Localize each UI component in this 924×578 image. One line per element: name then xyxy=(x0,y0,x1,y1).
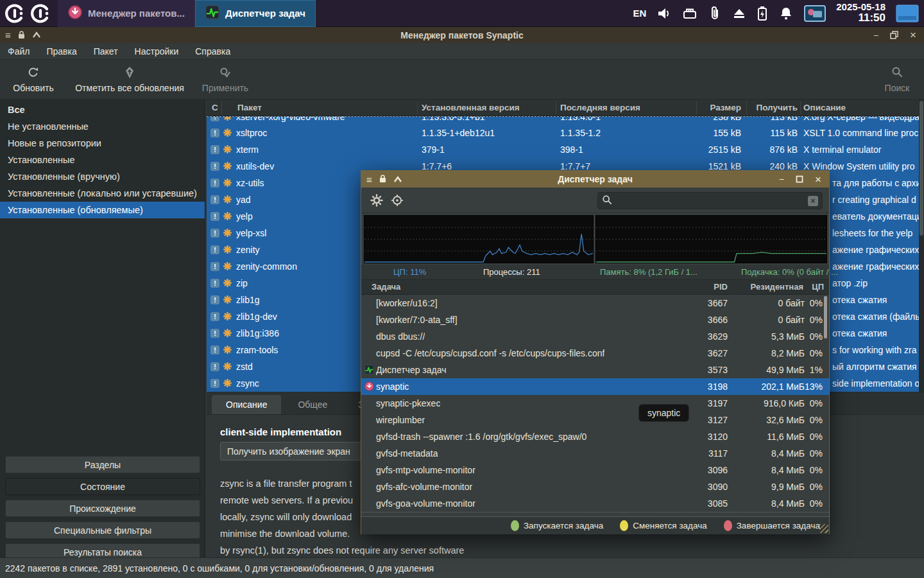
package-description: отека сжатия xyxy=(832,325,887,342)
column-task[interactable]: Задача xyxy=(372,282,400,292)
details-text-line: zsync is a file transfer program t xyxy=(220,478,352,489)
app-launcher-icon[interactable] xyxy=(4,3,26,24)
menubar-item[interactable]: Настройки xyxy=(135,46,179,57)
process-row[interactable]: wireplumber312732,6 МиБ0% xyxy=(361,412,829,428)
process-table-scrollbar[interactable] xyxy=(824,296,827,511)
close-button[interactable]: × xyxy=(815,174,821,185)
task-manager-titlebar[interactable]: ≡ Диспетчер задач − × xyxy=(361,171,829,188)
column-pid[interactable]: PID xyxy=(714,282,728,292)
sidebar-filter-item[interactable]: Не установленные xyxy=(0,118,205,135)
download-size: 115 kB xyxy=(742,125,798,141)
sidebar-filter-item[interactable]: Установленные (вручную) xyxy=(0,168,205,185)
package-row[interactable]: !xsltproc1.1.35-1+deb12u11.1.35-1.2155 k… xyxy=(207,125,919,141)
battery-icon[interactable] xyxy=(757,6,768,21)
filter-mode-button[interactable]: Специальные фильтры xyxy=(5,521,200,539)
process-row[interactable]: gvfsd-trash --spawner :1.6 /org/gtk/gvfs… xyxy=(361,428,829,445)
taskbar-window-button[interactable]: Менеджер пакетов... xyxy=(58,0,195,27)
column-header[interactable]: Пакет xyxy=(237,100,262,116)
package-row[interactable]: !xserver-xorg-video-vmware1:13.3.0-3.1+b… xyxy=(207,116,919,125)
screenshot-tool-icon[interactable] xyxy=(804,5,826,22)
details-tab[interactable]: Общее xyxy=(284,395,341,414)
package-row-clipped[interactable]: !xserver-xorg-video-vmware1:13.3.0-3.1+b… xyxy=(207,116,919,125)
sidebar-filter-item[interactable]: Новые в репозитории xyxy=(0,135,205,152)
column-header[interactable]: Последняя версия xyxy=(560,100,640,116)
filter-mode-button[interactable]: Состояние xyxy=(5,478,200,495)
process-memory: 9,9 МиБ xyxy=(771,478,805,495)
column-header[interactable]: Получить xyxy=(742,100,798,116)
column-header[interactable]: С xyxy=(212,100,218,116)
process-row[interactable]: synaptic3198202,1 МиБ13% xyxy=(361,378,829,395)
sidebar-filter-item[interactable]: Установленные (обновляемые) xyxy=(0,202,205,218)
resize-grip[interactable] xyxy=(819,524,828,533)
process-table[interactable]: [kworker/u16:2]36670 байт0%[kworker/7:0-… xyxy=(361,295,829,512)
refresh-button[interactable]: Обновить xyxy=(5,64,62,96)
process-row[interactable]: [kworker/u16:2]36670 байт0% xyxy=(361,295,829,311)
process-row[interactable]: cupsd -C /etc/cups/cupsd.conf -s /etc/cu… xyxy=(361,345,829,362)
g-logo-icon xyxy=(5,4,24,23)
taskbar-window-button[interactable]: Диспетчер задач xyxy=(195,0,316,27)
package-description: X.org X-сервер — видеодра xyxy=(803,116,919,125)
minimize-button[interactable]: − xyxy=(779,175,784,184)
sidebar-filter-item[interactable]: Установленные (локально или устаревшие) xyxy=(0,185,205,202)
menubar-item[interactable]: Справка xyxy=(195,46,230,57)
show-desktop-icon[interactable] xyxy=(896,4,919,22)
upgradable-status-icon: ! xyxy=(210,179,219,188)
package-icon xyxy=(223,179,232,187)
process-name: synaptic-pkexec xyxy=(376,395,440,412)
minimize-button[interactable]: − xyxy=(873,31,878,40)
details-text-line: minimise the download volume. xyxy=(220,529,350,539)
upgradable-status-icon: ! xyxy=(210,362,219,371)
notifications-bell-icon[interactable] xyxy=(778,6,794,21)
pick-process-target-icon[interactable] xyxy=(391,194,404,209)
process-row[interactable]: dbus dbus://36295,3 МиБ0% xyxy=(361,328,829,345)
filter-mode-button[interactable]: Происхождение xyxy=(5,500,200,517)
process-row[interactable]: [kworker/7:0-ata_sff]36660 байт0% xyxy=(361,311,829,328)
column-header[interactable]: Размер xyxy=(677,100,741,116)
process-row[interactable]: gvfsd-metadata31178,4 МиБ0% xyxy=(361,445,829,462)
package-table-scrollbar[interactable] xyxy=(919,100,924,420)
process-search-input[interactable] xyxy=(612,196,808,206)
process-row[interactable]: gvfs-goa-volume-monitor30858,4 МиБ0% xyxy=(361,495,829,512)
sidebar-filter-item[interactable]: Все xyxy=(0,101,205,118)
column-resident[interactable]: Резидентная xyxy=(751,282,803,292)
menubar-item[interactable]: Правка xyxy=(46,46,76,57)
apply-button[interactable]: Применить xyxy=(200,64,250,96)
eject-icon[interactable] xyxy=(732,6,746,21)
sidebar-filter-item[interactable]: Установленные xyxy=(0,152,205,168)
column-cpu[interactable]: ЦП xyxy=(812,282,824,292)
package-icon xyxy=(223,212,232,222)
app-launcher-icon[interactable] xyxy=(30,3,51,24)
mark-all-upgrades-button[interactable]: Отметить все обновления xyxy=(64,64,195,96)
package-table-header[interactable]: СПакетУстановленная версияПоследняя верс… xyxy=(207,100,919,116)
menubar-item[interactable]: Файл xyxy=(8,46,30,57)
keyboard-icon[interactable] xyxy=(682,6,697,21)
restore-button[interactable] xyxy=(890,31,898,39)
search-button[interactable]: Поиск xyxy=(874,64,920,96)
settings-gear-icon[interactable] xyxy=(370,194,383,209)
maximize-button[interactable] xyxy=(796,175,803,183)
task-manager-icon xyxy=(205,5,219,21)
process-table-header[interactable]: Задача PID Резидентная ЦП xyxy=(361,280,829,295)
close-button[interactable]: × xyxy=(910,30,916,40)
language-indicator[interactable]: EN xyxy=(633,8,646,19)
upgradable-status-icon: ! xyxy=(210,162,219,171)
desktop: Менеджер пакетов...Диспетчер задач EN xyxy=(0,0,924,578)
clear-search-icon[interactable]: × xyxy=(808,196,818,206)
filter-mode-button[interactable]: Разделы xyxy=(5,456,200,473)
process-row[interactable]: gvfs-afc-volume-monitor30909,9 МиБ0% xyxy=(361,478,829,495)
column-header[interactable]: Описание xyxy=(803,100,846,116)
process-row[interactable]: Диспетчер задач357349,9 МиБ1% xyxy=(361,362,829,378)
synaptic-titlebar[interactable]: ≡ Менеджер пакетов Synaptic − × xyxy=(0,27,924,43)
clock[interactable]: 2025-05-18 11:50 xyxy=(836,2,886,24)
process-row[interactable]: synaptic-pkexec3197916,0 КиБ0% xyxy=(361,395,829,412)
menubar-item[interactable]: Пакет xyxy=(94,46,118,57)
process-search-field[interactable]: × xyxy=(597,192,823,209)
process-row[interactable]: gvfs-mtp-volume-monitor30968,4 МиБ0% xyxy=(361,462,829,478)
column-header[interactable]: Установленная версия xyxy=(422,100,520,116)
package-description: X terminal emulator xyxy=(803,141,881,158)
package-row[interactable]: !xterm379-1398-12515 kB876 kBX terminal … xyxy=(207,141,919,158)
details-tab[interactable]: Описание xyxy=(212,395,281,414)
get-screenshot-button[interactable]: Получить изображение экран xyxy=(220,442,377,460)
clipboard-icon[interactable] xyxy=(708,6,722,21)
volume-icon[interactable] xyxy=(656,6,672,21)
